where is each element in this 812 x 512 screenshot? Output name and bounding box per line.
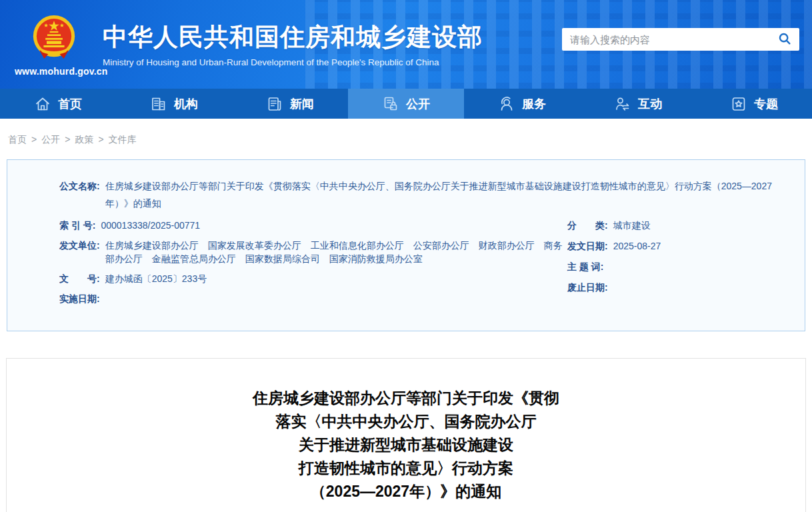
nav-label: 机构 [174, 96, 198, 112]
meta-label: 文 号: [59, 272, 100, 285]
news-icon [266, 95, 283, 113]
breadcrumb-library[interactable]: 文件库 [109, 134, 137, 145]
meta-label: 主 题 词: [567, 260, 603, 273]
meta-row-category: 分 类: 城市建设 [567, 219, 774, 232]
breadcrumb-separator: > [98, 134, 103, 145]
meta-label: 分 类: [567, 219, 608, 232]
nav-label: 服务 [522, 96, 546, 112]
article-card: 住房城乡建设部办公厅等部门关于印发《贯彻 落实〈中共中央办公厅、国务院办公厅 关… [6, 358, 806, 512]
site-header: www.mohurd.gov.cn 中华人民共和国住房和城乡建设部 Minist… [0, 0, 812, 89]
meta-value-index-number: 000013338/2025-00771 [101, 219, 200, 232]
document-metadata-card: 公文名称: 住房城乡建设部办公厅等部门关于印发《贯彻落实〈中共中央办公厅、国务院… [7, 159, 805, 331]
meta-value-document-name: 住房城乡建设部办公厅等部门关于印发《贯彻落实〈中共中央办公厅、国务院办公厅关于推… [105, 177, 774, 212]
nav-item-home[interactable]: 首页 [0, 89, 116, 119]
nav-item-services[interactable]: 服务 [464, 89, 580, 119]
meta-label: 废止日期: [567, 281, 608, 294]
nav-item-orgs[interactable]: 机构 [116, 89, 232, 119]
breadcrumb-home[interactable]: 首页 [8, 134, 27, 145]
site-title: 中华人民共和国住房和城乡建设部 [103, 24, 483, 51]
meta-label: 公文名称: [59, 177, 100, 212]
nav-item-news[interactable]: 新闻 [232, 89, 348, 119]
breadcrumb-policy[interactable]: 政策 [75, 134, 93, 145]
meta-row-implementation-date: 实施日期: [59, 292, 567, 305]
meta-value-issue-date: 2025-08-27 [613, 239, 661, 253]
nav-label: 互动 [638, 96, 662, 112]
meta-row-document-name: 公文名称: 住房城乡建设部办公厅等部门关于印发《贯彻落实〈中共中央办公厅、国务院… [59, 177, 774, 212]
meta-row-issue-date: 发文日期: 2025-08-27 [567, 239, 774, 253]
search-input[interactable] [562, 28, 770, 51]
breadcrumb-disclosure[interactable]: 公开 [41, 134, 60, 145]
disclosure-icon [382, 95, 399, 113]
site-url: www.mohurd.gov.cn [15, 66, 93, 77]
nav-item-topics[interactable]: 专题 [696, 89, 812, 119]
nav-item-disclosure[interactable]: 公开 [348, 89, 464, 119]
nav-label: 公开 [406, 96, 430, 112]
building-icon [150, 95, 167, 113]
site-subtitle-en: Ministry of Housing and Urban-Rural Deve… [103, 57, 483, 67]
topics-icon [730, 95, 747, 113]
article-title-line: 关于推进新型城市基础设施建设 [7, 433, 805, 457]
search-icon [777, 31, 792, 48]
meta-row-document-number: 文 号: 建办城函〔2025〕233号 [59, 272, 567, 285]
main-nav: 首页 机构 新闻 公开 [0, 89, 812, 119]
article-title-line: 落实〈中共中央办公厅、国务院办公厅 [7, 410, 805, 433]
interaction-icon [614, 95, 631, 113]
home-icon [34, 95, 51, 113]
meta-row-repeal-date: 废止日期: [567, 281, 774, 294]
meta-row-subject-terms: 主 题 词: [567, 260, 774, 273]
meta-label: 实施日期: [59, 292, 100, 305]
search-box [562, 28, 799, 51]
nav-label: 新闻 [290, 96, 314, 112]
meta-label: 索 引 号: [59, 219, 95, 232]
meta-value-issuing-units: 住房城乡建设部办公厅 国家发展改革委办公厅 工业和信息化部办公厅 公安部办公厅 … [105, 239, 567, 265]
article-title-line: （2025—2027年）》的通知 [7, 480, 805, 503]
meta-label: 发文日期: [567, 239, 608, 253]
nav-label: 专题 [754, 96, 778, 112]
national-emblem-icon [32, 52, 76, 63]
meta-value-document-number: 建办城函〔2025〕233号 [105, 272, 207, 285]
article-title-line: 住房城乡建设部办公厅等部门关于印发《贯彻 [7, 387, 805, 410]
meta-row-issuing-units: 发文单位: 住房城乡建设部办公厅 国家发展改革委办公厅 工业和信息化部办公厅 公… [59, 239, 567, 265]
search-button[interactable] [770, 28, 799, 51]
meta-label: 发文单位: [59, 239, 100, 265]
service-icon [498, 95, 515, 113]
breadcrumb: 首页>公开>政策>文件库 [0, 119, 812, 146]
meta-value-category: 城市建设 [613, 219, 651, 232]
breadcrumb-separator: > [31, 134, 37, 145]
nav-label: 首页 [58, 96, 82, 112]
nav-item-interaction[interactable]: 互动 [580, 89, 696, 119]
article-title-line: 打造韧性城市的意见〉行动方案 [7, 457, 805, 480]
meta-row-index-number: 索 引 号: 000013338/2025-00771 [59, 219, 567, 232]
breadcrumb-separator: > [65, 134, 70, 145]
site-brand: www.mohurd.gov.cn 中华人民共和国住房和城乡建设部 Minist… [15, 13, 483, 77]
